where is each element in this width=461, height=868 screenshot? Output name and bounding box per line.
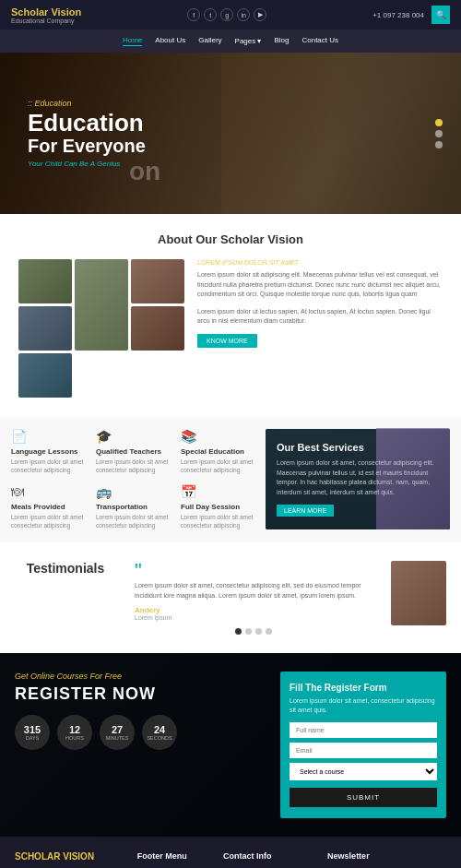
testimonials-section: Testimonials " Lorem ipsum dolor sit ame… xyxy=(0,542,461,653)
countdown: 315 DAYS 12 HOURS 27 MINUTES 24 SECONDS xyxy=(15,715,266,750)
social-icons: f t g in ▶ xyxy=(187,8,266,21)
hero-dot-1[interactable] xyxy=(435,119,443,126)
know-more-button[interactable]: KNOW MORE xyxy=(197,334,257,348)
service-meals-title: Meals Provided xyxy=(11,503,87,511)
countdown-seconds: 24 SECONDS xyxy=(142,715,177,750)
meals-icon: 🍽 xyxy=(11,484,87,499)
testimonial-dot-3[interactable] xyxy=(255,628,262,635)
footer-menu-title: Footer Menu xyxy=(137,851,210,861)
register-title: REGISTER NOW xyxy=(15,684,266,704)
nav-home[interactable]: Home xyxy=(123,36,142,46)
testimonials-content: " Lorem ipsum dolor sit amet, consectetu… xyxy=(135,561,372,635)
special-ed-icon: 📚 xyxy=(181,429,256,444)
youtube-icon[interactable]: ▶ xyxy=(254,8,266,21)
about-image-6 xyxy=(18,353,72,398)
footer-col-about: SCHOLAR VISION Lorem ipsum dolor sit ame… xyxy=(15,851,124,868)
about-lorem-title: LOREM IPSUM DOLOR SIT AMET xyxy=(197,259,443,266)
language-icon: 📄 xyxy=(11,429,87,444)
testimonial-role: Lorem ipsum xyxy=(135,614,372,621)
countdown-minutes-label: MINUTES xyxy=(106,735,129,741)
service-language-desc: Lorem ipsum dolor sit amet consectetur a… xyxy=(11,458,87,474)
form-title: Fill The Register Form xyxy=(290,683,437,693)
facebook-icon[interactable]: f xyxy=(187,8,200,21)
countdown-seconds-num: 24 xyxy=(154,725,165,735)
footer: SCHOLAR VISION Lorem ipsum dolor sit ame… xyxy=(0,837,461,868)
testimonials-title-area: Testimonials xyxy=(15,561,116,576)
search-button[interactable]: 🔍 xyxy=(431,6,450,24)
service-teachers-title: Qualified Teachers xyxy=(96,447,171,456)
service-transport: 🚌 Transportation Lorem ipsum dolor sit a… xyxy=(96,484,171,530)
footer-newsletter-title: Newsletter xyxy=(327,851,446,861)
logo-title: Scholar Vision xyxy=(11,6,81,18)
nav-about[interactable]: About Us xyxy=(155,36,185,46)
about-image-4 xyxy=(18,306,72,351)
footer-grid: SCHOLAR VISION Lorem ipsum dolor sit ame… xyxy=(15,851,446,868)
service-fullday: 📅 Full Day Session Lorem ipsum dolor sit… xyxy=(181,484,256,530)
main-nav: Home About Us Gallery Pages ▾ Blog Conta… xyxy=(0,30,461,53)
service-special-ed-desc: Lorem ipsum dolor sit amet consectetur a… xyxy=(181,458,256,474)
hero-content: :: Education Education For Everyone Your… xyxy=(0,80,173,187)
countdown-days: 315 DAYS xyxy=(15,715,50,750)
countdown-hours-num: 12 xyxy=(69,725,80,735)
twitter-icon[interactable]: t xyxy=(204,8,217,21)
service-transport-title: Transportation xyxy=(96,503,171,511)
service-transport-desc: Lorem ipsum dolor sit amet consectetur a… xyxy=(96,513,171,529)
footer-col-menu: Footer Menu Home About Us Blog Contact xyxy=(137,851,210,868)
logo-sub: Educational Company xyxy=(11,18,81,24)
countdown-hours: 12 HOURS xyxy=(57,715,92,750)
quote-mark: " xyxy=(135,561,372,581)
hero-dot-2[interactable] xyxy=(435,130,443,137)
service-meals-desc: Lorem ipsum dolor sit amet consectetur a… xyxy=(11,513,87,529)
submit-button[interactable]: SUBMIT xyxy=(290,788,437,807)
googleplus-icon[interactable]: g xyxy=(220,8,233,21)
header: Scholar Vision Educational Company f t g… xyxy=(0,0,461,30)
countdown-minutes: 27 MINUTES xyxy=(100,715,135,750)
linkedin-icon[interactable]: in xyxy=(237,8,250,21)
nav-gallery[interactable]: Gallery xyxy=(198,36,221,46)
nav-pages[interactable]: Pages ▾ xyxy=(235,36,262,46)
testimonial-author: Andery xyxy=(135,606,372,614)
service-fullday-title: Full Day Session xyxy=(181,503,256,511)
services-grid: 📄 Language Lessons Lorem ipsum dolor sit… xyxy=(11,429,266,529)
countdown-days-label: DAYS xyxy=(26,735,40,741)
register-form: Fill The Register Form Lorem ipsum dolor… xyxy=(280,672,446,818)
about-image-1 xyxy=(18,259,72,303)
register-tagline-highlight: Courses For Free xyxy=(57,672,123,681)
service-language: 📄 Language Lessons Lorem ipsum dolor sit… xyxy=(11,429,87,475)
logo: Scholar Vision Educational Company xyxy=(11,6,81,24)
testimonial-dot-1[interactable] xyxy=(235,628,242,635)
about-section: About Our Scholar Vision LOREM IPSUM D xyxy=(0,214,461,416)
testimonial-dot-4[interactable] xyxy=(266,628,272,635)
countdown-seconds-label: SECONDS xyxy=(147,735,171,741)
hero-section: on :: Education Education For Everyone Y… xyxy=(0,53,461,214)
about-image-5 xyxy=(131,306,184,351)
hero-label: :: Education xyxy=(28,99,146,108)
about-image-3 xyxy=(131,259,184,303)
best-services-desc: Lorem ipsum dolor sit amet, consectetur … xyxy=(277,458,439,497)
service-special-ed: 📚 Special Education Lorem ipsum dolor si… xyxy=(181,429,256,475)
countdown-days-num: 315 xyxy=(24,725,41,735)
form-name-input[interactable] xyxy=(290,722,437,738)
form-email-input[interactable] xyxy=(290,743,437,758)
about-desc1: Lorem ipsum dolor sit adipiscing elit. M… xyxy=(197,270,443,300)
learn-more-button[interactable]: LEARN MORE xyxy=(277,505,334,517)
register-tagline: Get Online Courses For Free xyxy=(15,672,266,681)
best-services-card: Our Best Services Lorem ipsum dolor sit … xyxy=(266,429,450,529)
testimonial-dot-2[interactable] xyxy=(245,628,252,635)
form-course-select[interactable]: Select a course xyxy=(290,763,437,780)
nav-blog[interactable]: Blog xyxy=(274,36,289,46)
register-tagline-before: Get Online xyxy=(15,672,57,681)
nav-contact[interactable]: Contact Us xyxy=(301,36,338,46)
about-text: LOREM IPSUM DOLOR SIT AMET Lorem ipsum d… xyxy=(197,259,443,398)
form-desc: Lorem ipsum dolor sit amet, consectetur … xyxy=(290,696,437,715)
about-desc2: Lorem ipsum dolor ut lectus sapien, At l… xyxy=(197,307,443,327)
hero-dot-3[interactable] xyxy=(435,141,443,149)
footer-col-newsletter: Newsletter If you want to the CMS+ with … xyxy=(327,851,446,868)
header-right: +1 097 238 004 🔍 xyxy=(372,6,450,24)
service-language-title: Language Lessons xyxy=(11,447,87,456)
testimonial-quote: Lorem ipsum dolor sit amet, consectetur … xyxy=(135,581,372,600)
countdown-hours-label: HOURS xyxy=(65,735,84,741)
register-section: Get Online Courses For Free REGISTER NOW… xyxy=(0,653,461,837)
about-image-2 xyxy=(75,259,128,351)
register-left: Get Online Courses For Free REGISTER NOW… xyxy=(15,672,266,750)
